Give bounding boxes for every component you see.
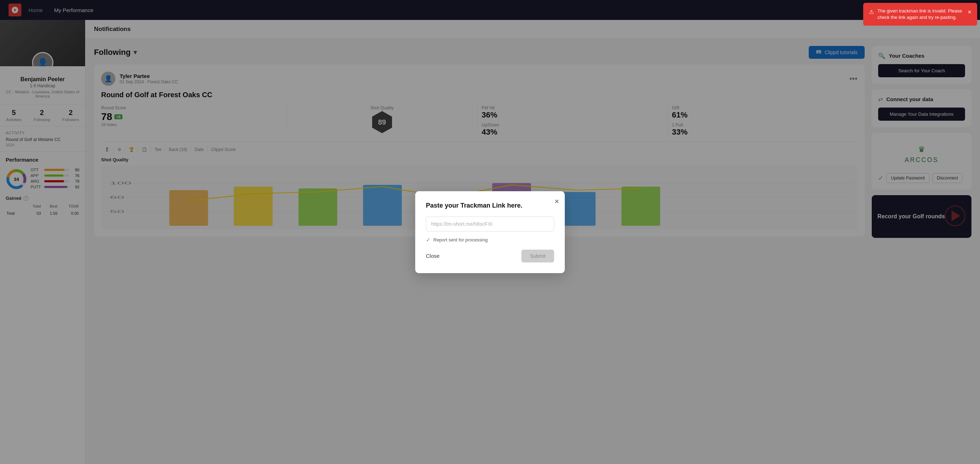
error-toast: ⚠ The given trackman link is invalid. Pl… [863, 3, 977, 25]
modal-overlay[interactable]: Paste your Trackman Link here. × ✓ Repor… [0, 0, 980, 464]
trackman-link-input[interactable] [426, 216, 554, 232]
toast-warning-icon: ⚠ [869, 8, 874, 16]
modal-footer: Close Submit [426, 249, 554, 262]
success-text: Report sent for processing [433, 237, 487, 243]
trackman-modal: Paste your Trackman Link here. × ✓ Repor… [415, 191, 565, 273]
success-check-icon: ✓ [426, 237, 431, 243]
toast-close-button[interactable]: × [967, 8, 972, 17]
modal-submit-button[interactable]: Submit [521, 249, 554, 262]
toast-message: The given trackman link is invalid. Plea… [877, 8, 964, 21]
modal-success-message: ✓ Report sent for processing [426, 237, 554, 243]
modal-close-button[interactable]: Close [426, 253, 439, 259]
modal-close-x-button[interactable]: × [554, 197, 559, 206]
modal-title: Paste your Trackman Link here. [426, 202, 554, 210]
